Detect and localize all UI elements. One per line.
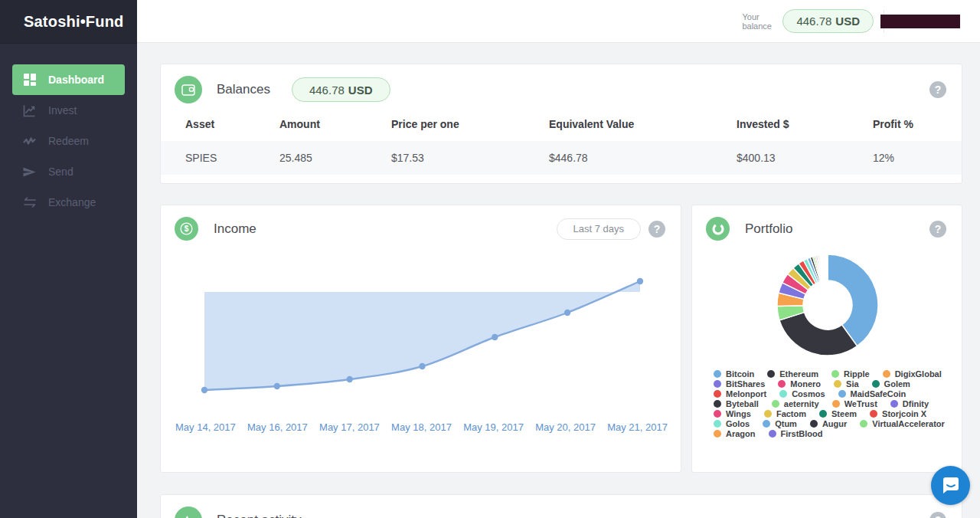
card-title: Recent activity: [217, 513, 302, 518]
legend-color-dot: [890, 400, 898, 408]
legend-color-dot: [714, 400, 721, 408]
help-icon[interactable]: ?: [929, 221, 946, 238]
legend-label: Melonport: [726, 389, 766, 398]
sidebar-item-redeem[interactable]: Redeem: [0, 126, 137, 156]
legend-item[interactable]: Ripple: [831, 369, 870, 379]
table-cell: 12%: [873, 152, 962, 164]
legend-color-dot: [831, 370, 839, 378]
legend-color-dot: [764, 410, 772, 418]
column-header: Invested $: [737, 118, 873, 130]
ring-chart-icon: [706, 217, 730, 241]
legend-label: Factom: [776, 409, 806, 418]
legend-item[interactable]: Byteball: [714, 398, 759, 408]
legend-color-dot: [714, 370, 721, 378]
legend-item[interactable]: Cosmos: [779, 388, 825, 398]
zigzag-icon: [23, 135, 36, 148]
legend-label: WeTrust: [844, 399, 877, 408]
legend-item[interactable]: Factom: [764, 408, 806, 418]
app-logo: Satoshi•Fund: [24, 13, 124, 31]
legend-item[interactable]: Golos: [714, 418, 750, 428]
column-header: Price per one: [391, 118, 549, 130]
legend-item[interactable]: Sia: [834, 379, 859, 388]
legend-item[interactable]: aeternity: [772, 398, 819, 408]
legend-label: Sia: [846, 379, 859, 388]
legend-item[interactable]: Dfinity: [890, 398, 929, 408]
legend-color-dot: [832, 400, 840, 408]
sidebar-item-dashboard[interactable]: Dashboard: [12, 64, 125, 95]
legend-item[interactable]: Wings: [714, 408, 751, 418]
user-menu-redacted[interactable]: [880, 15, 960, 28]
sidebar-item-send[interactable]: Send: [0, 156, 137, 187]
legend-label: Byteball: [726, 399, 759, 408]
table-cell: 25.485: [279, 152, 391, 164]
donut-slice: [827, 254, 828, 280]
data-point: [637, 278, 643, 284]
chat-bubble-icon: [941, 476, 961, 496]
legend-item[interactable]: BitShares: [714, 379, 765, 388]
sidebar-item-label: Exchange: [48, 196, 96, 208]
swap-arrows-icon: [23, 196, 36, 209]
legend-color-dot: [714, 430, 721, 438]
legend-label: Wings: [726, 409, 751, 418]
date-range-dropdown[interactable]: Last 7 days: [557, 218, 642, 240]
column-header: Asset: [185, 118, 279, 130]
legend-item[interactable]: Golem: [872, 379, 910, 388]
legend-item[interactable]: Qtum: [763, 418, 797, 428]
main-content: Balances 446.78USD ? AssetAmountPrice pe…: [137, 43, 980, 518]
portfolio-legend: BitcoinEthereumRippleDigixGlobalBitShare…: [692, 365, 962, 438]
balances-card: Balances 446.78USD ? AssetAmountPrice pe…: [160, 64, 962, 184]
svg-text:$: $: [185, 225, 189, 233]
legend-color-dot: [714, 420, 721, 428]
legend-item[interactable]: Aragon: [714, 428, 756, 438]
column-header: Equivalent Value: [549, 118, 737, 130]
help-icon[interactable]: ?: [929, 81, 946, 98]
legend-color-dot: [763, 420, 770, 428]
sidebar-item-exchange[interactable]: Exchange: [0, 187, 137, 218]
sidebar-item-invest[interactable]: Invest: [0, 95, 137, 126]
legend-item[interactable]: MaidSafeCoin: [838, 388, 906, 398]
legend-item[interactable]: DigixGlobal: [883, 369, 942, 379]
balance-label: Your balance: [742, 12, 776, 31]
legend-color-dot: [883, 370, 890, 378]
legend-item[interactable]: Storjcoin X: [870, 408, 926, 418]
sidebar-item-label: Dashboard: [48, 74, 104, 86]
chat-launcher-button[interactable]: [931, 466, 970, 505]
legend-color-dot: [714, 410, 721, 418]
legend-item[interactable]: WeTrust: [832, 398, 877, 408]
income-area-chart: [161, 242, 681, 418]
data-point: [564, 310, 570, 316]
donut-slice: [779, 313, 857, 356]
legend-label: Aragon: [726, 429, 756, 438]
legend-item[interactable]: Bitcoin: [714, 369, 754, 379]
legend-item[interactable]: VirtualAccelerator: [860, 418, 945, 428]
legend-label: BitShares: [726, 379, 765, 388]
card-title: Balances: [217, 82, 270, 97]
portfolio-card: Portfolio ? BitcoinEthereumRippleDigixGl…: [691, 205, 962, 473]
x-axis-label: May 18, 2017: [391, 421, 452, 433]
balances-table-header: AssetAmountPrice per oneEquivalent Value…: [161, 114, 962, 134]
portfolio-donut-chart: [692, 241, 962, 365]
data-point: [347, 376, 353, 382]
legend-label: Dfinity: [903, 399, 929, 408]
legend-color-dot: [714, 390, 721, 398]
legend-label: Steem: [831, 409, 857, 418]
legend-label: Storjcoin X: [882, 409, 926, 418]
legend-item[interactable]: Monero: [778, 379, 821, 388]
card-title: Portfolio: [745, 221, 792, 237]
column-header: Profit %: [873, 118, 962, 130]
legend-label: Golos: [726, 419, 750, 428]
legend-color-dot: [870, 410, 877, 418]
data-point: [419, 363, 425, 369]
legend-item[interactable]: Augur: [810, 418, 847, 428]
legend-item[interactable]: Steem: [819, 408, 857, 418]
data-point: [201, 387, 207, 393]
help-icon[interactable]: ?: [648, 221, 665, 238]
x-axis-label: May 14, 2017: [175, 421, 236, 433]
sidebar-item-label: Invest: [48, 104, 77, 116]
legend-color-dot: [779, 390, 787, 398]
legend-item[interactable]: Melonport: [714, 388, 766, 398]
legend-item[interactable]: Ethereum: [767, 369, 818, 379]
help-icon[interactable]: ?: [929, 512, 946, 518]
legend-item[interactable]: FirstBlood: [769, 428, 823, 438]
app-root: Satoshi•Fund Dashboard Invest Redeem: [0, 0, 980, 518]
